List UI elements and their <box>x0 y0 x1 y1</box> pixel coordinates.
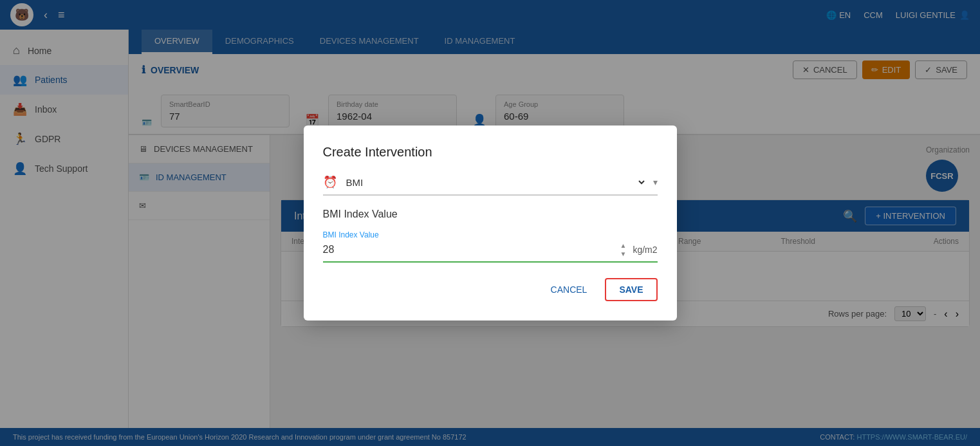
spinner-down-icon[interactable]: ▼ <box>620 250 626 257</box>
modal-save-button[interactable]: SAVE <box>605 278 657 301</box>
modal-cancel-button[interactable]: CANCEL <box>541 278 598 301</box>
dropdown-arrow-icon: ▾ <box>653 177 658 187</box>
create-intervention-modal: Create Intervention ⏰ BMI Blood Pressure… <box>304 125 677 321</box>
modal-actions: CANCEL SAVE <box>323 278 658 301</box>
spinner-up-icon[interactable]: ▲ <box>620 242 626 249</box>
modal-input-row: ▲ ▼ kg/m2 <box>323 242 658 263</box>
intervention-type-select[interactable]: BMI Blood Pressure Heart Rate Weight <box>344 176 647 189</box>
modal-section-title: BMI Index Value <box>323 209 658 220</box>
modal-overlay: Create Intervention ⏰ BMI Blood Pressure… <box>0 0 980 446</box>
bmi-value-input[interactable] <box>323 244 614 256</box>
modal-dropdown-icon: ⏰ <box>323 175 337 189</box>
modal-field-label: BMI Index Value <box>323 230 658 239</box>
spinner-controls[interactable]: ▲ ▼ <box>620 242 626 257</box>
modal-title: Create Intervention <box>323 145 658 160</box>
bmi-unit-label: kg/m2 <box>633 245 657 255</box>
modal-dropdown-row: ⏰ BMI Blood Pressure Heart Rate Weight ▾ <box>323 175 658 196</box>
